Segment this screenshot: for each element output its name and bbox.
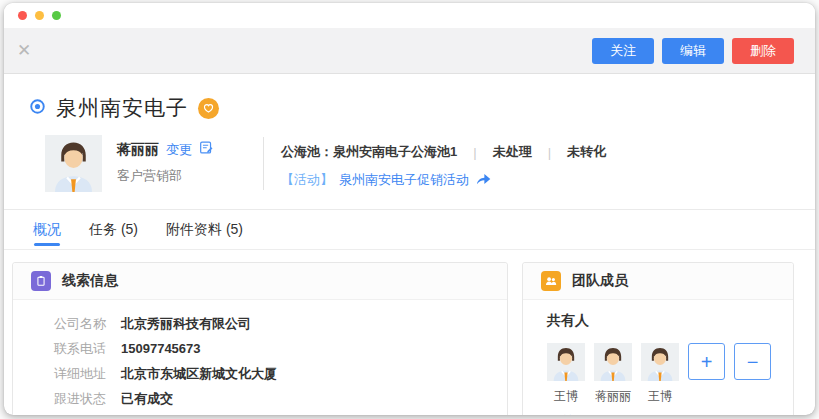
team-card-title: 团队成员 (572, 272, 628, 290)
close-icon[interactable]: ✕ (17, 42, 31, 59)
field-label: 详细地址 (54, 365, 121, 383)
member-name: 王博 (554, 388, 578, 405)
member-row: 王博 蒋丽丽 王博 + − (547, 343, 793, 405)
team-icon (541, 271, 561, 291)
member-avatar (594, 343, 632, 381)
member-cell: 王博 (547, 343, 585, 405)
traffic-light-minimize-button[interactable] (35, 11, 44, 20)
add-member-button[interactable]: + (688, 343, 725, 380)
traffic-light-close-button[interactable] (18, 11, 27, 20)
favorite-badge[interactable] (198, 98, 219, 119)
status-unprocessed: 未处理 (493, 143, 532, 161)
tab-overview[interactable]: 概况 (33, 210, 61, 249)
crm-detail-window: ✕ 关注 编辑 删除 泉州南安电子 蒋丽丽 变更 (4, 3, 815, 415)
lead-info-card: 线索信息 公司名称 北京秀丽科技有限公司 联系电话 15097745673 详细… (12, 262, 508, 415)
toolbar: ✕ 关注 编辑 删除 (4, 28, 815, 74)
tab-attachments[interactable]: 附件资料 (5) (166, 210, 243, 249)
tab-bar: 概况 任务 (5) 附件资料 (5) (4, 209, 815, 250)
team-card-body: 共有人 王博 蒋丽丽 王博 + − 相关人 (523, 300, 793, 415)
field-value: 北京秀丽科技有限公司 (121, 315, 251, 333)
field-label: 跟进状态 (54, 390, 121, 408)
clipboard-icon (31, 271, 51, 291)
traffic-light-maximize-button[interactable] (52, 11, 61, 20)
tab-tasks[interactable]: 任务 (5) (89, 210, 138, 249)
remove-member-button[interactable]: − (734, 343, 771, 380)
member-cell: 王博 (641, 343, 679, 405)
team-members-card: 团队成员 共有人 王博 蒋丽丽 王博 + − 相关人 (522, 262, 794, 415)
owner-block: 蒋丽丽 变更 客户营销部 (117, 140, 214, 185)
field-row-company: 公司名称 北京秀丽科技有限公司 (54, 311, 507, 336)
member-name: 蒋丽丽 (595, 388, 631, 405)
separator: | (473, 145, 476, 160)
locate-icon (28, 97, 47, 120)
owner-department: 客户营销部 (117, 167, 214, 185)
change-owner-link[interactable]: 变更 (166, 141, 192, 159)
lead-card-body: 公司名称 北京秀丽科技有限公司 联系电话 15097745673 详细地址 北京… (13, 300, 507, 411)
member-avatar (547, 343, 585, 381)
shared-members-label: 共有人 (547, 312, 793, 330)
field-row-phone: 联系电话 15097745673 (54, 336, 507, 361)
edit-button[interactable]: 编辑 (662, 38, 724, 64)
vertical-divider (263, 137, 264, 190)
field-value: 15097745673 (121, 341, 201, 356)
related-members-label: 相关人 (547, 414, 793, 415)
owner-avatar (45, 135, 102, 192)
delete-button[interactable]: 删除 (732, 38, 794, 64)
heart-icon (202, 102, 215, 115)
title-row: 泉州南安电子 (28, 94, 219, 122)
share-arrow-icon[interactable] (475, 172, 492, 189)
lead-card-header: 线索信息 (13, 263, 507, 300)
separator: | (548, 145, 551, 160)
member-name: 王博 (648, 388, 672, 405)
follow-button[interactable]: 关注 (592, 38, 654, 64)
field-row-status: 跟进状态 已有成交 (54, 386, 507, 411)
team-card-header: 团队成员 (523, 263, 793, 300)
field-label: 公司名称 (54, 315, 121, 333)
pool-text: 公海池：泉州安南电子公海池1 (281, 143, 457, 161)
contract-edit-icon[interactable] (199, 140, 214, 159)
page-title: 泉州南安电子 (56, 94, 188, 122)
field-value: 已有成交 (121, 390, 173, 408)
activity-tag: 【活动】 (281, 171, 333, 189)
field-label: 联系电话 (54, 340, 121, 358)
field-row-address: 详细地址 北京市东城区新城文化大厦 (54, 361, 507, 386)
member-avatar (641, 343, 679, 381)
lead-card-title: 线索信息 (62, 272, 118, 290)
field-value: 北京市东城区新城文化大厦 (121, 365, 277, 383)
status-unconverted: 未转化 (567, 143, 606, 161)
owner-name: 蒋丽丽 (117, 141, 159, 159)
member-cell: 蒋丽丽 (594, 343, 632, 405)
window-titlebar (4, 3, 815, 28)
meta-block: 公海池：泉州安南电子公海池1 | 未处理 | 未转化 【活动】 泉州南安电子促销… (281, 143, 606, 189)
lead-header: 泉州南安电子 蒋丽丽 变更 (4, 74, 815, 209)
activity-link[interactable]: 泉州南安电子促销活动 (339, 171, 469, 189)
